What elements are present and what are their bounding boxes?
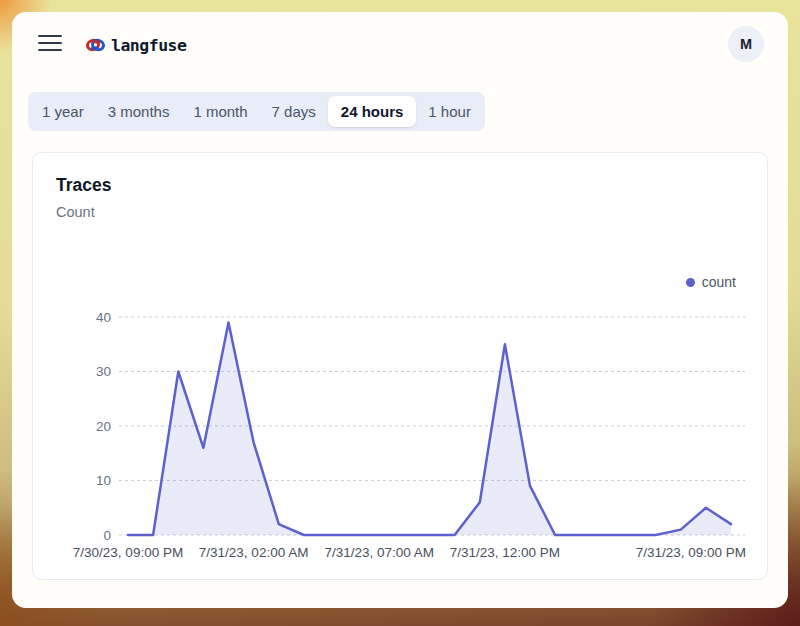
brand-home-link[interactable]: langfuse [111, 36, 186, 55]
hamburger-icon [38, 35, 62, 37]
area-fill [128, 322, 731, 535]
tab-1-year[interactable]: 1 year [30, 92, 96, 131]
tab-1-month[interactable]: 1 month [181, 92, 259, 131]
y-axis-tick-label: 0 [103, 528, 111, 543]
x-axis-tick-label: 7/31/23, 07:00 AM [324, 545, 434, 560]
traces-card: Traces Count count 0102030407/30/23, 09:… [32, 152, 768, 580]
tab-7-days[interactable]: 7 days [260, 92, 328, 131]
screenshot-frame: langfuse M 1 year 3 months 1 month 7 day… [0, 0, 800, 626]
langfuse-knot-logo-icon [85, 35, 106, 55]
y-axis-tick-label: 20 [96, 419, 111, 434]
tab-24-hours[interactable]: 24 hours [328, 96, 417, 127]
y-axis-tick-label: 30 [96, 364, 111, 379]
y-axis-tick-label: 40 [96, 310, 111, 325]
menu-button[interactable] [38, 35, 62, 53]
user-avatar[interactable]: M [728, 26, 764, 62]
y-axis-tick-label: 10 [96, 473, 111, 488]
x-axis-tick-label: 7/30/23, 09:00 PM [73, 545, 183, 560]
x-axis-tick-label: 7/31/23, 02:00 AM [199, 545, 309, 560]
traces-count-chart[interactable]: 0102030407/30/23, 09:00 PM7/31/23, 02:00… [33, 153, 769, 581]
x-axis-tick-label: 7/31/23, 12:00 PM [450, 545, 560, 560]
tab-3-months[interactable]: 3 months [96, 92, 182, 131]
x-axis-tick-label: 7/31/23, 09:00 PM [636, 545, 746, 560]
time-range-tabs: 1 year 3 months 1 month 7 days 24 hours … [28, 92, 485, 131]
app-window: langfuse M 1 year 3 months 1 month 7 day… [12, 12, 788, 608]
tab-1-hour[interactable]: 1 hour [416, 92, 483, 131]
